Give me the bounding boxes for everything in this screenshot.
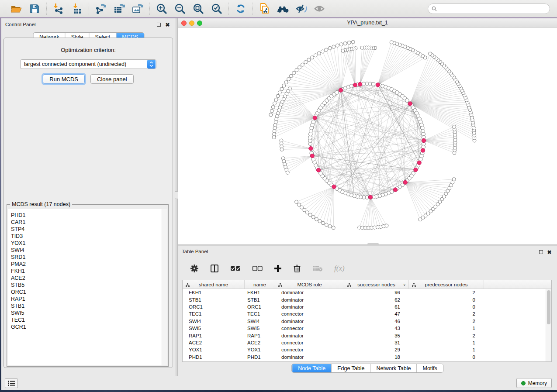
attribute-icon bbox=[412, 282, 416, 288]
mcds-result-node[interactable]: PMA2 bbox=[8, 261, 167, 268]
chevron-up-down-icon bbox=[147, 60, 156, 69]
search-icon bbox=[432, 6, 437, 11]
mcds-result-node[interactable]: RAP1 bbox=[8, 296, 167, 303]
export-table-icon[interactable] bbox=[113, 2, 126, 15]
node-table: shared name name bbox=[182, 280, 552, 362]
mcds-result-node[interactable]: TEC1 bbox=[8, 316, 167, 323]
mcds-result-node[interactable]: CAR1 bbox=[8, 219, 167, 226]
attribute-icon bbox=[347, 282, 351, 288]
optimization-criterion-label: Optimization criterion: bbox=[4, 47, 173, 53]
column-header[interactable]: MCDS role bbox=[275, 280, 344, 289]
column-header[interactable]: successor nodes v bbox=[344, 280, 409, 289]
delete-table-icon[interactable] bbox=[312, 265, 323, 272]
network-canvas[interactable] bbox=[178, 28, 557, 244]
mcds-result-node[interactable]: STB1 bbox=[8, 303, 167, 309]
deselect-all-icon[interactable] bbox=[252, 265, 263, 272]
status-bar: Memory bbox=[1, 376, 557, 390]
scrollbar-thumb[interactable] bbox=[547, 290, 550, 324]
memory-status-icon bbox=[521, 381, 526, 385]
mcds-result-node[interactable]: STB5 bbox=[8, 282, 167, 289]
zoom-fit-icon[interactable] bbox=[192, 2, 205, 15]
add-icon[interactable] bbox=[274, 265, 282, 272]
network-graph bbox=[178, 28, 557, 244]
clone-network-icon[interactable] bbox=[258, 2, 271, 15]
table-row[interactable]: ORC1 ORC1 dominator 61 0 bbox=[183, 303, 546, 310]
function-builder-icon[interactable]: f(x) bbox=[334, 264, 345, 273]
table-row[interactable]: FKH1 FKH1 dominator 96 2 bbox=[183, 289, 546, 296]
settings-icon[interactable] bbox=[190, 264, 199, 273]
mcds-result-node[interactable]: YOX1 bbox=[8, 240, 167, 247]
table-row[interactable]: SWI5 SWI5 connector 43 1 bbox=[183, 325, 546, 332]
export-image-icon[interactable] bbox=[131, 2, 144, 15]
save-icon[interactable] bbox=[28, 2, 41, 15]
search-network-icon[interactable] bbox=[277, 2, 290, 15]
zoom-selected-icon[interactable] bbox=[210, 2, 223, 15]
mcds-result-node[interactable]: SRD1 bbox=[8, 254, 167, 261]
import-table-icon[interactable] bbox=[70, 2, 83, 15]
hide-details-icon[interactable] bbox=[295, 2, 308, 15]
table-tab[interactable]: Edge Table bbox=[331, 364, 370, 372]
table-row[interactable]: RAP1 RAP1 dominator 35 2 bbox=[183, 332, 546, 339]
memory-button[interactable]: Memory bbox=[516, 378, 552, 388]
network-title: YPA_prune.txt_1 bbox=[178, 20, 557, 26]
column-header[interactable]: predecessor nodes bbox=[409, 280, 484, 289]
close-panel-icon[interactable]: ✖ bbox=[547, 249, 552, 255]
column-header[interactable]: name bbox=[245, 280, 275, 289]
table-row[interactable]: STB1 STB1 dominator 62 0 bbox=[183, 296, 546, 303]
float-panel-icon[interactable] bbox=[538, 249, 544, 255]
zoom-out-icon[interactable] bbox=[173, 2, 187, 15]
main-toolbar bbox=[0, 0, 557, 17]
table-tab[interactable]: Motifs bbox=[416, 364, 443, 372]
show-columns-icon[interactable] bbox=[210, 264, 219, 273]
table-row[interactable]: SWI4 SWI4 dominator 46 2 bbox=[183, 318, 546, 325]
mcds-result-node[interactable]: GCR1 bbox=[8, 323, 167, 330]
table-scrollbar[interactable] bbox=[546, 289, 551, 361]
table-row[interactable]: YOX1 YOX1 connector 29 1 bbox=[183, 346, 546, 353]
run-mcds-button[interactable]: Run MCDS bbox=[43, 74, 85, 84]
table-body: FKH1 FKH1 dominator 96 2 STB1 STB1 domin… bbox=[183, 289, 546, 361]
table-tabs: Node TableEdge TableNetwork TableMotifs bbox=[291, 364, 443, 373]
optimization-criterion-dropdown[interactable]: largest connected component (undirected) bbox=[20, 59, 156, 69]
table-row[interactable]: TEC1 TEC1 connector 47 2 bbox=[183, 310, 546, 317]
task-history-icon[interactable] bbox=[5, 378, 18, 388]
export-network-icon[interactable] bbox=[94, 2, 107, 15]
mcds-result-node[interactable]: TID3 bbox=[8, 233, 167, 240]
memory-label: Memory bbox=[528, 380, 547, 386]
import-network-icon[interactable] bbox=[52, 2, 65, 15]
zoom-in-icon[interactable] bbox=[155, 2, 168, 15]
mcds-result-node[interactable]: FKH1 bbox=[8, 268, 167, 275]
result-list-scrollbar[interactable] bbox=[162, 209, 167, 365]
open-icon[interactable] bbox=[10, 2, 23, 15]
mcds-result-node[interactable]: ORC1 bbox=[8, 289, 167, 296]
table-panel-title: Table Panel bbox=[182, 249, 208, 254]
mcds-result-list[interactable]: PHD1CAR1STP4TID3YOX1SWI4SRD1PMA2FKH1ACE2… bbox=[8, 209, 167, 365]
table-tab[interactable]: Node Table bbox=[292, 364, 331, 372]
control-panel-title: Control Panel bbox=[5, 22, 36, 27]
delete-icon[interactable] bbox=[293, 264, 301, 273]
mcds-result-node[interactable]: SWI4 bbox=[8, 247, 167, 254]
show-details-icon[interactable] bbox=[313, 2, 326, 15]
column-header[interactable]: shared name bbox=[183, 280, 245, 289]
control-panel: Control Panel ✖ NetworkStyleSelectMCDS O… bbox=[1, 18, 176, 376]
table-row[interactable]: PHD1 PHD1 dominator 18 0 bbox=[183, 354, 546, 361]
table-toolbar: f(x) bbox=[182, 259, 553, 278]
network-window: YPA_prune.txt_1 bbox=[178, 18, 557, 244]
mcds-result-node[interactable]: ACE2 bbox=[8, 275, 167, 282]
mcds-result-node[interactable]: STP4 bbox=[8, 226, 167, 233]
float-panel-icon[interactable] bbox=[156, 22, 162, 28]
desktop-wallpaper-bottom bbox=[0, 390, 557, 392]
table-tab[interactable]: Network Table bbox=[370, 364, 417, 372]
splitter-handle[interactable] bbox=[367, 243, 379, 245]
close-panel-button[interactable]: Close panel bbox=[90, 74, 134, 84]
mcds-result-node[interactable]: SWI5 bbox=[8, 309, 167, 316]
refresh-icon[interactable] bbox=[234, 2, 247, 15]
mcds-result-group: MCDS result (17 nodes) PHD1CAR1STP4TID3Y… bbox=[7, 204, 169, 367]
attribute-icon bbox=[186, 282, 190, 288]
sort-indicator: v bbox=[404, 282, 406, 287]
close-panel-icon[interactable]: ✖ bbox=[165, 22, 170, 28]
search-input-wrap bbox=[428, 3, 550, 14]
select-all-icon[interactable] bbox=[230, 265, 241, 272]
mcds-result-node[interactable]: PHD1 bbox=[8, 212, 167, 219]
table-row[interactable]: ACE2 ACE2 connector 31 1 bbox=[183, 339, 546, 346]
search-input[interactable] bbox=[439, 6, 546, 12]
